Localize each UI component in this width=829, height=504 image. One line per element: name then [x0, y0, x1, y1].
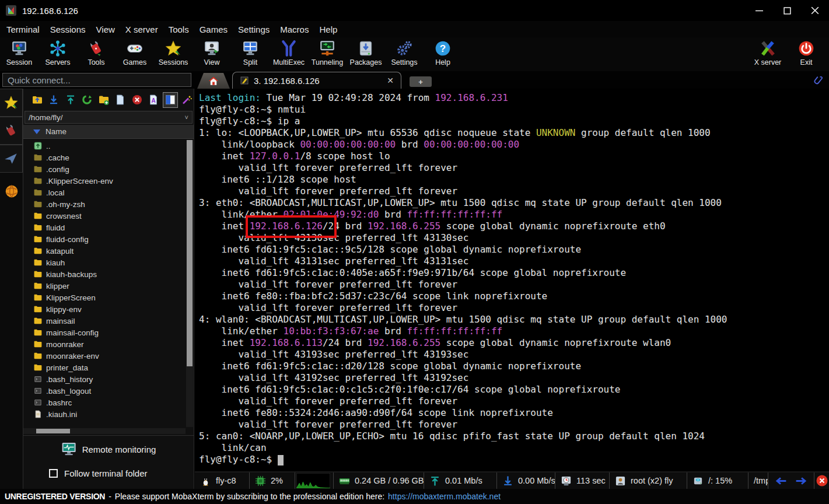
file-toolbar-rename-button[interactable]: A: [147, 93, 161, 107]
toolbar-view-button[interactable]: View: [193, 37, 231, 70]
file-toolbar-new-folder-button[interactable]: [97, 93, 111, 107]
vertical-scrollbar-thumb[interactable]: [187, 140, 193, 366]
file-row[interactable]: .bash_logout: [23, 385, 186, 397]
menu-item-settings[interactable]: Settings: [233, 24, 275, 34]
menu-item-macros[interactable]: Macros: [275, 24, 314, 34]
follow-terminal-folder-option[interactable]: Follow terminal folder: [49, 468, 148, 478]
toolbar-multiexec-button[interactable]: MultiExec: [270, 37, 308, 70]
terminal-output[interactable]: Last login: Tue Mar 19 02:49:28 2024 fro…: [195, 89, 829, 471]
menu-item-sessions[interactable]: Sessions: [45, 24, 91, 34]
menu-item-games[interactable]: Games: [194, 24, 233, 34]
status-logged-users[interactable]: root (x2) fly: [610, 473, 687, 489]
file-row[interactable]: KlipperScreen: [23, 292, 186, 303]
file-toolbar-dual-pane-button[interactable]: [163, 93, 177, 107]
file-row[interactable]: kiauh: [23, 257, 186, 268]
file-row[interactable]: .local: [23, 187, 186, 198]
minimize-button[interactable]: [745, 0, 773, 21]
menu-item-x-server[interactable]: X server: [120, 24, 163, 34]
file-list-horizontal-scrollbar[interactable]: [23, 428, 186, 434]
file-row[interactable]: klippy-env: [23, 303, 186, 315]
quick-connect-input[interactable]: [2, 73, 191, 87]
file-row[interactable]: .bash_history: [23, 373, 186, 385]
status-cpu-graph[interactable]: [295, 473, 334, 489]
file-toolbar-new-file-button[interactable]: [114, 93, 128, 107]
file-row[interactable]: crowsnest: [23, 210, 186, 222]
file-toolbar-download-button[interactable]: [47, 93, 61, 107]
home-icon: [208, 76, 219, 86]
close-button[interactable]: [801, 0, 829, 21]
remote-monitoring-button[interactable]: Remote monitoring: [61, 442, 156, 457]
sftp-panel-button[interactable]: [0, 177, 23, 205]
toolbar-exit-button[interactable]: Exit: [787, 37, 825, 70]
toolbar-split-button[interactable]: Split: [231, 37, 270, 70]
file-row[interactable]: mainsail-config: [23, 327, 186, 338]
file-toolbar-upload-button[interactable]: [64, 93, 78, 107]
file-toolbar-delete-button[interactable]: [130, 93, 144, 107]
toolbar-tunneling-button[interactable]: Tunneling: [308, 37, 347, 70]
terminal-text: brd: [379, 326, 407, 337]
tools-panel-button[interactable]: [0, 117, 23, 145]
view-icon: [203, 40, 221, 57]
name-column-header[interactable]: Name: [23, 125, 194, 139]
chevron-down-icon[interactable]: ˅: [185, 114, 188, 121]
file-row[interactable]: moonraker-env: [23, 350, 186, 362]
file-row[interactable]: .oh-my-zsh: [23, 198, 186, 210]
toolbar-settings-button[interactable]: Settings: [385, 37, 424, 70]
file-row[interactable]: .config: [23, 163, 186, 175]
file-browser-toolbar: A: [23, 89, 194, 111]
file-row[interactable]: klipper: [23, 280, 186, 292]
file-row[interactable]: .kiauh.ini: [23, 408, 186, 420]
status-hostname[interactable]: fly-c8: [195, 473, 250, 489]
paperclip-icon[interactable]: [813, 74, 826, 88]
status-disk-usage[interactable]: /: 15%: [687, 473, 748, 489]
status-cpu-usage[interactable]: 2%: [250, 473, 295, 489]
file-toolbar-refresh-button[interactable]: [81, 93, 95, 107]
file-row[interactable]: .cache: [23, 152, 186, 163]
status-session-uptime[interactable]: 113 sec: [555, 473, 610, 489]
file-row[interactable]: .KlipperScreen-env: [23, 175, 186, 187]
macros-panel-button[interactable]: [0, 145, 23, 173]
toolbar-tools-button[interactable]: Tools: [77, 37, 116, 70]
toolbar-x-server-button[interactable]: X server: [748, 37, 787, 70]
file-list-vertical-scrollbar[interactable]: [186, 140, 193, 427]
path-combobox[interactable]: /home/fly/ ˅: [25, 111, 193, 124]
follow-terminal-folder-checkbox[interactable]: [49, 469, 58, 478]
tab-session-active[interactable]: 3. 192.168.6.126 ✕: [232, 72, 401, 89]
file-toolbar-go-up-button[interactable]: [30, 93, 44, 107]
file-row[interactable]: ..: [23, 140, 186, 152]
nav-left-icon[interactable]: [774, 477, 788, 485]
file-row[interactable]: mainsail: [23, 315, 186, 327]
maximize-button[interactable]: [773, 0, 801, 21]
toolbar-session-button[interactable]: Session: [0, 37, 39, 70]
close-red-icon[interactable]: [816, 474, 828, 487]
file-row[interactable]: fluidd: [23, 222, 186, 233]
file-row[interactable]: moonraker: [23, 338, 186, 350]
horizontal-scrollbar-thumb[interactable]: [36, 429, 70, 433]
menu-item-terminal[interactable]: Terminal: [1, 24, 45, 34]
nav-right-icon[interactable]: [795, 477, 809, 485]
file-row[interactable]: printer_data: [23, 362, 186, 373]
status-upload-speed[interactable]: 0.01 Mb/s: [424, 473, 497, 489]
penguin-icon: [200, 475, 211, 487]
file-row[interactable]: kiauh-backups: [23, 268, 186, 280]
new-tab-button[interactable]: +: [410, 76, 432, 87]
toolbar-sessions-button[interactable]: Sessions: [154, 37, 193, 70]
file-row[interactable]: fluidd-config: [23, 233, 186, 245]
file-toolbar-wand-button[interactable]: [180, 93, 194, 107]
mobatek-link[interactable]: https://mobaxterm.mobatek.net: [388, 492, 501, 501]
toolbar-servers-button[interactable]: Servers: [39, 37, 77, 70]
status-tmp-path[interactable]: /tmp: [748, 473, 768, 489]
file-row[interactable]: .bashrc: [23, 397, 186, 408]
file-row[interactable]: katapult: [23, 245, 186, 257]
toolbar-games-button[interactable]: Games: [116, 37, 154, 70]
status-memory-usage[interactable]: 0.24 GB / 0.96 GB: [334, 473, 424, 489]
tab-home[interactable]: [197, 73, 230, 89]
sessions-panel-button[interactable]: [0, 89, 23, 117]
menu-item-view[interactable]: View: [91, 24, 120, 34]
toolbar-help-button[interactable]: ?Help: [424, 37, 462, 70]
menu-item-tools[interactable]: Tools: [163, 24, 194, 34]
status-download-speed[interactable]: 0.00 Mb/s: [497, 473, 555, 489]
toolbar-packages-button[interactable]: Packages: [347, 37, 385, 70]
tab-close-icon[interactable]: ✕: [387, 76, 394, 85]
menu-item-help[interactable]: Help: [314, 24, 342, 34]
